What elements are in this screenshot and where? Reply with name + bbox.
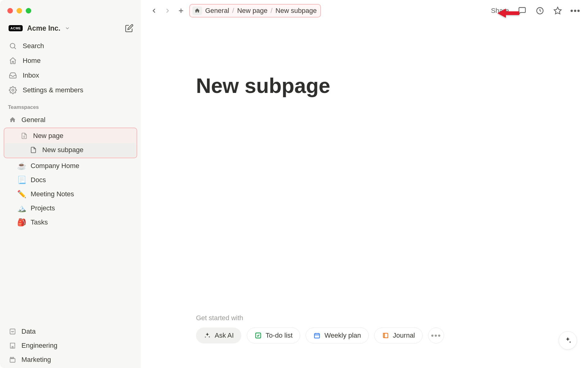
- sidebar-item-inbox[interactable]: Inbox: [3, 68, 138, 83]
- favorite-icon[interactable]: [553, 6, 562, 15]
- tree-item-label: Projects: [31, 204, 55, 212]
- sidebar-item-home[interactable]: Home: [3, 53, 138, 68]
- tree-item-label: Marketing: [21, 356, 51, 364]
- page-icon: [20, 131, 29, 140]
- breadcrumb-separator: /: [270, 7, 272, 15]
- starter-more-button[interactable]: •••: [428, 328, 444, 343]
- minimize-window-button[interactable]: [17, 8, 22, 13]
- calendar-icon: [313, 332, 321, 339]
- tree-item-label: Meeting Notes: [31, 190, 74, 198]
- pill-label: Journal: [393, 332, 415, 339]
- tree-item-label: Data: [21, 328, 36, 335]
- topbar: General / New page / New subpage Share: [141, 0, 588, 21]
- new-page-button[interactable]: [125, 24, 134, 33]
- tree-item-label: General: [21, 116, 45, 124]
- page-body: New subpage Get started with Ask AI: [141, 21, 588, 368]
- pill-label: Ask AI: [215, 332, 234, 339]
- starter-ask-ai[interactable]: Ask AI: [196, 328, 241, 343]
- maximize-window-button[interactable]: [26, 8, 31, 13]
- sidebar: ACME Acme Inc. Search Home: [0, 0, 141, 368]
- highlight-annotation: New page New subpage: [4, 128, 137, 158]
- breadcrumb-item[interactable]: General: [205, 7, 229, 15]
- starter-weekly[interactable]: Weekly plan: [306, 328, 368, 343]
- sidebar-item-settings[interactable]: Settings & members: [3, 83, 138, 98]
- new-tab-button[interactable]: [176, 6, 186, 16]
- svg-rect-22: [315, 334, 320, 338]
- app-window: ACME Acme Inc. Search Home: [0, 0, 588, 368]
- ai-fab-button[interactable]: [559, 331, 577, 350]
- nav-forward-button[interactable]: [162, 6, 173, 16]
- tree-item-meeting-notes[interactable]: ✏️ Meeting Notes: [2, 187, 138, 201]
- starter-journal[interactable]: Journal: [374, 328, 423, 343]
- search-icon: [9, 42, 17, 50]
- tree-item-projects[interactable]: 🏔️ Projects: [2, 201, 138, 215]
- tree-item-label: New subpage: [42, 146, 84, 154]
- sidebar-section-label: Teamspaces: [0, 99, 141, 113]
- updates-icon[interactable]: [535, 6, 545, 15]
- tree-item-label: New page: [33, 132, 63, 140]
- close-window-button[interactable]: [7, 8, 13, 13]
- svg-line-1: [14, 48, 16, 49]
- tree-item-data[interactable]: Data: [2, 324, 138, 339]
- tree-item-label: Docs: [31, 176, 46, 184]
- tree-item-company-home[interactable]: ☕ Company Home: [2, 159, 138, 173]
- workspace-switcher[interactable]: ACME Acme Inc.: [0, 17, 141, 37]
- nav-back-button[interactable]: [149, 6, 159, 16]
- emoji-icon: 🎒: [17, 218, 26, 227]
- sidebar-item-label: Home: [23, 57, 41, 65]
- emoji-icon: ✏️: [17, 190, 26, 199]
- sidebar-item-search[interactable]: Search: [3, 39, 138, 53]
- inbox-icon: [9, 71, 17, 80]
- page-title[interactable]: New subpage: [141, 74, 330, 98]
- emoji-icon: ☕: [17, 161, 26, 171]
- tree-item-label: Tasks: [31, 218, 48, 226]
- tree-item-new-subpage[interactable]: New subpage: [5, 143, 136, 157]
- breadcrumb-separator: /: [232, 7, 234, 15]
- clapper-icon: [8, 355, 17, 364]
- tree-item-label: Company Home: [31, 162, 79, 170]
- breadcrumb-item[interactable]: New page: [237, 7, 267, 15]
- gear-icon: [9, 86, 17, 94]
- share-button[interactable]: Share: [491, 7, 509, 15]
- tree-item-marketing[interactable]: Marketing: [2, 353, 138, 367]
- page-icon: [29, 145, 38, 155]
- breadcrumb-home-icon[interactable]: [192, 6, 202, 15]
- tree-item-engineering[interactable]: Engineering: [2, 339, 138, 353]
- sidebar-item-label: Search: [23, 42, 44, 50]
- svg-rect-6: [10, 343, 15, 348]
- emoji-icon: 🏔️: [17, 204, 26, 213]
- breadcrumb-item[interactable]: New subpage: [276, 7, 317, 15]
- sparkle-icon: [204, 332, 211, 339]
- svg-rect-13: [12, 347, 13, 348]
- chevron-down-icon: [65, 25, 70, 31]
- svg-marker-20: [554, 7, 561, 14]
- starter-label: Get started with: [196, 314, 588, 322]
- chart-icon: [8, 327, 17, 336]
- tree-item-docs[interactable]: 📃 Docs: [2, 173, 138, 187]
- tree-item-label: Engineering: [21, 342, 57, 350]
- breadcrumb: General / New page / New subpage: [189, 4, 321, 17]
- starter-todo[interactable]: To-do list: [247, 328, 300, 343]
- window-controls: [0, 2, 141, 17]
- more-icon[interactable]: •••: [571, 6, 580, 15]
- tree-item-general[interactable]: General: [2, 113, 138, 127]
- tree-item-new-page[interactable]: New page: [5, 129, 136, 143]
- sidebar-item-label: Settings & members: [23, 86, 83, 94]
- building-icon: [8, 341, 17, 350]
- book-icon: [382, 332, 389, 339]
- workspace-badge: ACME: [9, 25, 23, 31]
- tree-item-tasks[interactable]: 🎒 Tasks: [2, 215, 138, 229]
- svg-rect-14: [10, 358, 15, 362]
- sidebar-tree: General New page New subpage ☕: [0, 113, 141, 229]
- pill-label: Weekly plan: [324, 332, 361, 339]
- comments-icon[interactable]: [518, 6, 527, 15]
- house-icon: [8, 115, 17, 125]
- pill-label: To-do list: [266, 332, 292, 339]
- svg-point-0: [10, 43, 15, 48]
- home-icon: [9, 56, 17, 65]
- emoji-icon: 📃: [17, 175, 26, 185]
- sidebar-item-label: Inbox: [23, 71, 39, 79]
- checkbox-icon: [254, 332, 262, 339]
- workspace-name: Acme Inc.: [27, 24, 60, 33]
- svg-point-2: [12, 89, 14, 91]
